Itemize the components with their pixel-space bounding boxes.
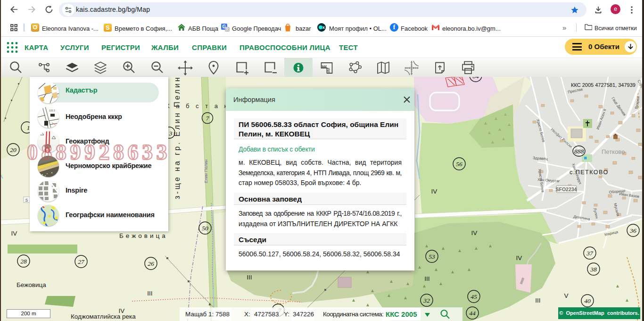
- svg-text:20: 20: [10, 146, 17, 153]
- svg-text:04: 04: [472, 77, 479, 80]
- svg-text:Петково: Петково: [602, 148, 625, 155]
- svg-text:40: 40: [584, 297, 591, 304]
- svg-text:V: V: [564, 292, 568, 299]
- svg-text:III: III: [424, 275, 429, 282]
- svg-text:32: 32: [423, 297, 430, 304]
- svg-text:III: III: [535, 297, 540, 304]
- svg-text:Елин Пелин: Елин Пелин: [204, 160, 208, 183]
- svg-text:38: 38: [590, 266, 597, 273]
- svg-text:888: 888: [574, 148, 584, 155]
- svg-text:Бежовица: Бежовица: [17, 281, 46, 288]
- svg-text:III: III: [247, 274, 252, 281]
- svg-text:Бежовица: Бежовица: [119, 232, 168, 239]
- svg-text:з-ще на гр. Елин Пелин: з-ще на гр. Елин Пелин: [173, 77, 181, 199]
- svg-text:SFO2234: SFO2234: [556, 186, 577, 192]
- svg-text:53: 53: [429, 253, 435, 260]
- svg-text:44: 44: [469, 310, 476, 317]
- svg-text:27: 27: [78, 258, 85, 265]
- svg-text:45: 45: [471, 293, 477, 300]
- svg-text:IV: IV: [431, 188, 438, 195]
- svg-text:50: 50: [202, 225, 208, 232]
- svg-text:S: S: [25, 198, 28, 203]
- svg-text:IV: IV: [471, 229, 478, 237]
- svg-text:28: 28: [20, 258, 27, 265]
- svg-text:3: 3: [169, 130, 173, 137]
- svg-text:26: 26: [148, 260, 154, 267]
- svg-text:37: 37: [586, 250, 594, 257]
- svg-text:36: 36: [629, 227, 636, 234]
- svg-text:56: 56: [456, 160, 462, 168]
- svg-text:Коджоматлийска река: Коджоматлийска река: [71, 313, 136, 320]
- svg-text:133 3: 133 3: [49, 109, 55, 112]
- svg-text:III: III: [147, 290, 152, 297]
- svg-text:IV: IV: [516, 254, 522, 262]
- svg-text:IV: IV: [11, 230, 17, 237]
